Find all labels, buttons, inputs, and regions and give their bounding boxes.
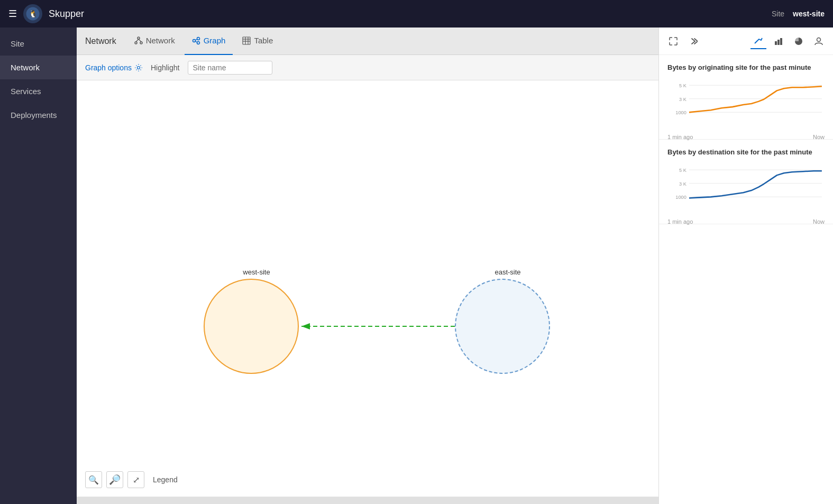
sidebar-item-deployments[interactable]: Deployments xyxy=(0,103,77,127)
west-site-node[interactable] xyxy=(204,279,299,374)
zoom-out-icon: 🔎 xyxy=(109,474,121,485)
tab-table-label: Table xyxy=(254,36,273,45)
highlight-input[interactable] xyxy=(188,61,272,75)
connection-svg xyxy=(77,80,658,497)
svg-text:3 K: 3 K xyxy=(679,97,687,102)
graph-options-bar: Graph options Highlight xyxy=(77,55,658,80)
expand-icon xyxy=(669,37,678,45)
svg-text:5 K: 5 K xyxy=(679,83,687,88)
tab-table[interactable]: Table xyxy=(235,28,280,55)
svg-point-7 xyxy=(193,39,195,42)
svg-point-4 xyxy=(140,42,142,44)
graph-canvas: west-site east-site 🔍 xyxy=(77,80,658,497)
chart-originating-x-end: Now xyxy=(813,134,825,140)
svg-line-5 xyxy=(136,39,139,42)
user-icon xyxy=(814,37,823,45)
chart-line-button[interactable] xyxy=(750,33,766,49)
graph-options-button[interactable]: Graph options xyxy=(85,63,142,72)
svg-point-22 xyxy=(817,38,821,41)
svg-line-11 xyxy=(195,41,197,42)
pie-chart-button[interactable] xyxy=(791,33,807,49)
sidebar: Site Network Services Deployments xyxy=(0,28,77,504)
breadcrumb-title: Network xyxy=(85,36,116,46)
east-site-label: east-site xyxy=(476,268,539,276)
chart-originating-svg: 5 K 3 K 1000 xyxy=(667,78,825,131)
svg-point-17 xyxy=(137,66,140,69)
sidebar-label-site: Site xyxy=(11,39,24,48)
chevron-right-button[interactable] xyxy=(685,33,701,49)
user-button[interactable] xyxy=(811,33,827,49)
svg-point-8 xyxy=(197,37,199,40)
highlight-label: Highlight xyxy=(151,63,179,72)
content-area: Network Network xyxy=(77,28,658,504)
chart-destination-x-end: Now xyxy=(813,218,825,225)
right-panel-toolbar xyxy=(659,28,833,55)
chart-destination-wrapper: 5 K 3 K 1000 1 min ago Now xyxy=(667,162,825,215)
tab-graph[interactable]: Graph xyxy=(185,28,233,55)
svg-rect-21 xyxy=(780,38,782,45)
svg-rect-12 xyxy=(243,37,250,44)
tabs-bar: Network Network xyxy=(77,28,658,55)
right-panel: Bytes by originating site for the past m… xyxy=(658,28,833,504)
graph-controls: 🔍 🔎 ⤢ Legend xyxy=(85,471,182,488)
tab-network-label: Network xyxy=(146,36,175,45)
tab-graph-label: Graph xyxy=(204,36,226,45)
graph-tab-icon xyxy=(192,36,200,45)
svg-text:3 K: 3 K xyxy=(679,181,687,187)
chart-originating-wrapper: 5 K 3 K 1000 1 min ago Now xyxy=(667,78,825,131)
sidebar-item-network[interactable]: Network xyxy=(0,56,77,79)
zoom-out-button[interactable]: 🔎 xyxy=(106,471,123,488)
chart-destination-x-start: 1 min ago xyxy=(667,218,693,225)
bar-chart-icon xyxy=(774,37,783,45)
fit-button[interactable]: ⤢ xyxy=(127,471,144,488)
svg-point-3 xyxy=(135,42,137,44)
site-name: west-site xyxy=(793,10,825,18)
sidebar-label-network: Network xyxy=(11,63,40,72)
chart-originating-axis: 1 min ago Now xyxy=(667,134,825,140)
chart-destination-svg: 5 K 3 K 1000 xyxy=(667,162,825,215)
svg-text:1000: 1000 xyxy=(675,110,686,115)
svg-text:1000: 1000 xyxy=(675,195,686,200)
fit-icon: ⤢ xyxy=(133,475,140,485)
legend-button[interactable]: Legend xyxy=(149,475,182,484)
hamburger-icon[interactable]: ☰ xyxy=(8,8,17,20)
tab-network[interactable]: Network xyxy=(127,28,182,55)
legend-label: Legend xyxy=(153,475,178,484)
svg-point-2 xyxy=(138,37,140,39)
chart-originating-x-start: 1 min ago xyxy=(667,134,693,140)
svg-text:🐧: 🐧 xyxy=(29,10,38,19)
sidebar-label-deployments: Deployments xyxy=(11,111,57,120)
zoom-in-icon: 🔍 xyxy=(88,475,99,485)
svg-point-9 xyxy=(197,41,199,44)
chart-originating-title: Bytes by originating site for the past m… xyxy=(667,63,825,71)
sidebar-item-site[interactable]: Site xyxy=(0,32,77,56)
expand-panel-button[interactable] xyxy=(665,33,681,49)
sidebar-label-services: Services xyxy=(11,87,41,96)
top-header: ☰ 🐧 Skupper Site west-site xyxy=(0,0,833,28)
svg-rect-20 xyxy=(777,40,780,45)
site-label: Site xyxy=(772,10,784,18)
svg-rect-19 xyxy=(775,41,777,45)
bar-chart-button[interactable] xyxy=(771,33,786,49)
svg-line-10 xyxy=(195,39,197,40)
scrollbar[interactable] xyxy=(77,497,658,504)
svg-line-6 xyxy=(139,39,141,42)
app-title: Skupper xyxy=(49,8,765,20)
main-layout: Site Network Services Deployments Networ… xyxy=(0,28,833,504)
chart-destination-title: Bytes by destination site for the past m… xyxy=(667,148,825,156)
west-site-label: west-site xyxy=(225,268,288,276)
sidebar-item-services[interactable]: Services xyxy=(0,79,77,103)
chart-originating-section: Bytes by originating site for the past m… xyxy=(659,55,833,140)
pie-chart-icon xyxy=(794,37,803,45)
gear-icon xyxy=(135,64,142,71)
graph-options-label: Graph options xyxy=(85,63,132,72)
network-tab-icon xyxy=(134,36,143,45)
app-logo: 🐧 xyxy=(23,4,42,23)
svg-text:5 K: 5 K xyxy=(679,168,687,173)
table-tab-icon xyxy=(242,36,251,45)
zoom-in-button[interactable]: 🔍 xyxy=(85,471,102,488)
chevron-right-icon xyxy=(689,37,698,45)
chart-destination-section: Bytes by destination site for the past m… xyxy=(659,140,833,224)
east-site-node[interactable] xyxy=(455,279,550,374)
chart-destination-axis: 1 min ago Now xyxy=(667,218,825,225)
